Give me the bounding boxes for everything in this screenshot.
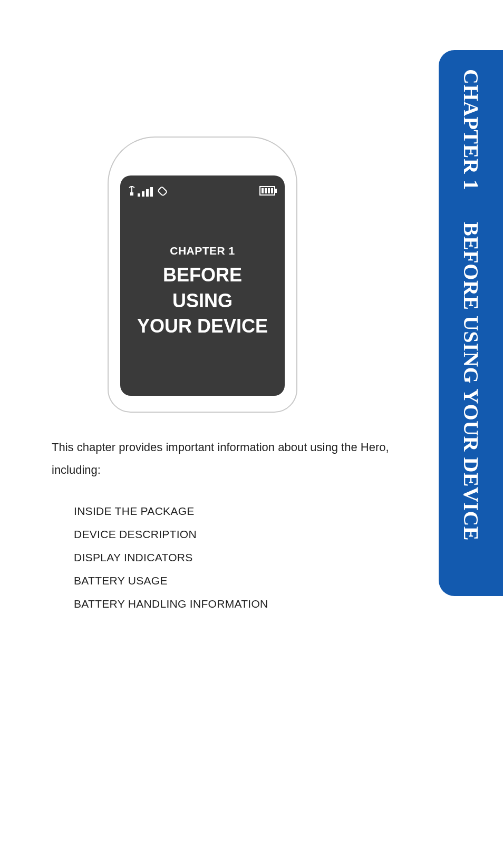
screen-title-line-1: BEFORE bbox=[163, 262, 242, 288]
svg-rect-9 bbox=[268, 188, 270, 193]
svg-rect-1 bbox=[138, 193, 140, 197]
svg-rect-6 bbox=[275, 189, 277, 193]
svg-rect-0 bbox=[130, 192, 133, 196]
status-left bbox=[128, 185, 169, 197]
toc-item: BATTERY USAGE bbox=[74, 569, 369, 592]
svg-rect-3 bbox=[146, 189, 149, 197]
svg-rect-2 bbox=[142, 191, 144, 197]
signal-bars-icon bbox=[138, 186, 156, 197]
screen-body: CHAPTER 1 BEFORE USING YOUR DEVICE bbox=[128, 199, 277, 385]
svg-rect-4 bbox=[150, 187, 153, 197]
side-tab-title: BEFORE USING YOUR DEVICE bbox=[459, 222, 483, 541]
phone-handset-icon bbox=[157, 185, 169, 197]
screen-chapter-label: CHAPTER 1 bbox=[170, 245, 235, 257]
screen-title-line-3: YOUR DEVICE bbox=[137, 314, 268, 339]
screen-title-line-2: USING bbox=[172, 288, 233, 314]
svg-rect-7 bbox=[262, 188, 264, 193]
signal-antenna-icon bbox=[128, 186, 136, 197]
device-illustration: CHAPTER 1 BEFORE USING YOUR DEVICE bbox=[108, 136, 297, 413]
toc-item: BATTERY HANDLING INFORMATION bbox=[74, 592, 369, 616]
svg-rect-8 bbox=[265, 188, 267, 193]
device-frame: CHAPTER 1 BEFORE USING YOUR DEVICE bbox=[108, 136, 297, 413]
status-bar bbox=[128, 183, 277, 199]
chapter-contents-list: INSIDE THE PACKAGE DEVICE DESCRIPTION DI… bbox=[74, 500, 369, 616]
device-screen: CHAPTER 1 BEFORE USING YOUR DEVICE bbox=[120, 175, 285, 396]
svg-rect-10 bbox=[271, 188, 273, 193]
page-content: CHAPTER 1 BEFORE USING YOUR DEVICE This … bbox=[0, 0, 427, 868]
side-tab-chapter: CHAPTER 1 bbox=[459, 69, 483, 190]
battery-icon bbox=[259, 186, 277, 196]
toc-item: DISPLAY INDICATORS bbox=[74, 546, 369, 569]
chapter-side-tab: CHAPTER 1 BEFORE USING YOUR DEVICE bbox=[439, 50, 503, 596]
toc-item: DEVICE DESCRIPTION bbox=[74, 523, 369, 546]
toc-item: INSIDE THE PACKAGE bbox=[74, 500, 369, 523]
intro-paragraph: This chapter provides important informat… bbox=[52, 436, 389, 482]
